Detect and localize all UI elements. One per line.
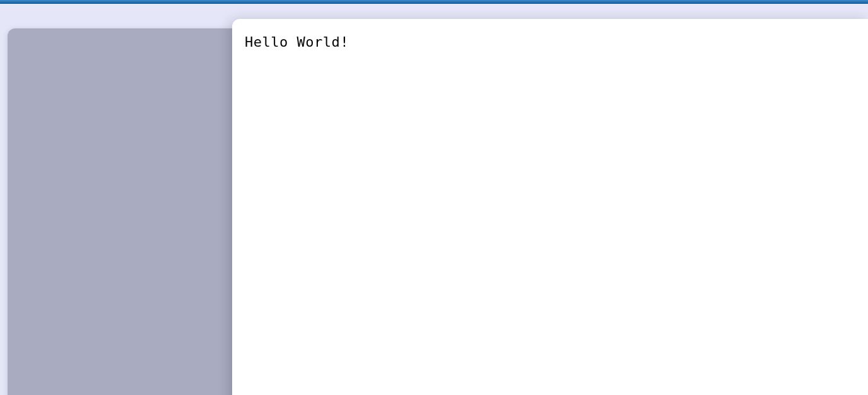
- desktop-background: Hello World!: [0, 4, 868, 395]
- foreground-window[interactable]: Hello World!: [232, 19, 868, 395]
- page-body-text: Hello World!: [245, 34, 855, 50]
